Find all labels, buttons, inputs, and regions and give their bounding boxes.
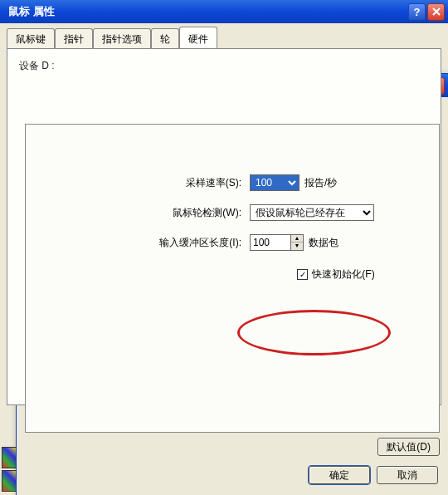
tab-mouse-buttons[interactable]: 鼠标键 bbox=[7, 28, 55, 49]
sample-rate-row: 采样速率(S): 100 报告/秒 bbox=[26, 174, 439, 191]
desktop-icon[interactable] bbox=[2, 447, 17, 468]
ok-button[interactable]: 确定 bbox=[309, 466, 370, 484]
parent-title: 鼠标 属性 bbox=[3, 4, 407, 19]
tab-hardware[interactable]: 硬件 bbox=[179, 27, 217, 49]
wheel-detect-row: 鼠标轮检测(W): 假设鼠标轮已经存在 bbox=[26, 204, 439, 221]
defaults-row: 默认值(D) bbox=[25, 433, 440, 458]
fast-init-row: ✓ 快速初始化(F) bbox=[26, 267, 439, 282]
desktop-icon[interactable] bbox=[2, 470, 17, 492]
sample-rate-select[interactable]: 100 bbox=[250, 174, 299, 191]
buffer-length-input[interactable] bbox=[250, 234, 291, 251]
sample-rate-label: 采样速率(S): bbox=[26, 176, 250, 190]
buffer-length-unit: 数据包 bbox=[309, 236, 338, 250]
child-tabpanel: 采样速率(S): 100 报告/秒 鼠标轮检测(W): 假设鼠标轮已经存在 输入 bbox=[25, 124, 440, 433]
spin-down-icon[interactable]: ▼ bbox=[291, 243, 303, 250]
buffer-length-row: 输入缓冲区长度(I): ▲ ▼ 数据包 bbox=[26, 234, 439, 251]
dialog-buttons: 确定 取消 bbox=[25, 458, 440, 493]
child-body: 常规 高级设置 驱动程序 采样速率(S): 100 报告/秒 鼠标轮检测(W):… bbox=[17, 97, 448, 495]
tab-pointer-options[interactable]: 指针选项 bbox=[93, 28, 151, 49]
checkbox-icon: ✓ bbox=[297, 269, 308, 280]
parent-titlebar: 鼠标 属性 ? bbox=[0, 0, 448, 23]
annotation-ellipse bbox=[237, 310, 391, 355]
device-label: 设备 D : bbox=[19, 60, 55, 71]
wheel-detect-label: 鼠标轮检测(W): bbox=[26, 206, 250, 220]
spin-up-icon[interactable]: ▲ bbox=[291, 235, 303, 243]
mouse-device-properties-window: Microsoft PS/2 Mouse 属性 ? 常规 高级设置 驱动程序 采… bbox=[16, 73, 448, 495]
help-button[interactable]: ? bbox=[408, 3, 426, 21]
tab-pointer[interactable]: 指针 bbox=[55, 28, 93, 49]
wheel-detect-select[interactable]: 假设鼠标轮已经存在 bbox=[250, 204, 374, 221]
cancel-button[interactable]: 取消 bbox=[377, 466, 438, 484]
buffer-length-spinner[interactable]: ▲ ▼ bbox=[250, 234, 304, 251]
close-button[interactable] bbox=[427, 3, 445, 21]
defaults-button[interactable]: 默认值(D) bbox=[377, 438, 440, 456]
fast-init-label: 快速初始化(F) bbox=[312, 267, 374, 282]
parent-tabstrip: 鼠标键 指针 指针选项 轮 硬件 bbox=[7, 28, 441, 49]
fast-init-checkbox[interactable]: ✓ 快速初始化(F) bbox=[297, 267, 374, 282]
sample-rate-unit: 报告/秒 bbox=[304, 176, 337, 190]
tab-wheel[interactable]: 轮 bbox=[151, 28, 179, 49]
buffer-length-label: 输入缓冲区长度(I): bbox=[26, 236, 250, 250]
